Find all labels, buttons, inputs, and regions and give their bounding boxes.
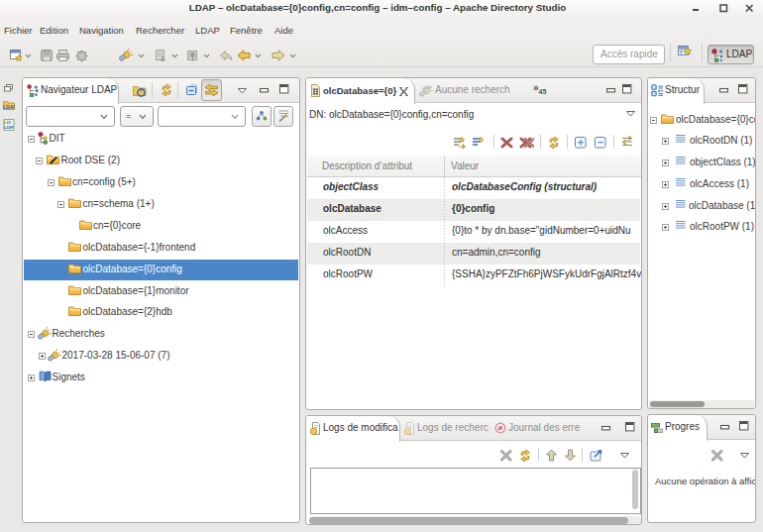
svg-text:LDAP: LDAP — [3, 104, 15, 110]
svg-text:LDI: LDI — [4, 120, 11, 125]
svg-text:LDIF: LDIF — [4, 125, 14, 130]
svg-text:LDAP: LDAP — [422, 86, 432, 90]
